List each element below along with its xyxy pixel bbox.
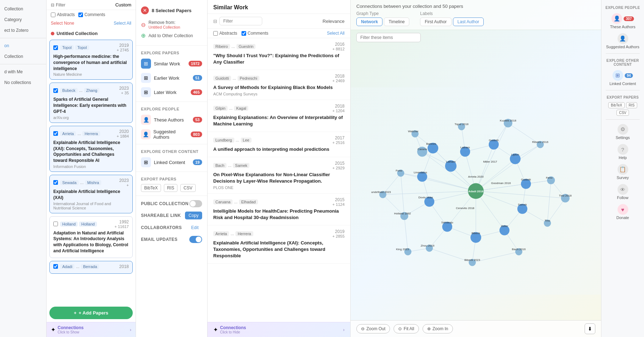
paper-checkbox[interactable] (53, 264, 58, 269)
these-authors-icon-right: 👤 (611, 13, 622, 24)
public-collection-toggle[interactable] (189, 200, 202, 207)
author-dots: ... (233, 76, 236, 81)
timeline-type-button[interactable]: Timeline (384, 18, 409, 26)
select-all-similar[interactable]: Select All (327, 31, 345, 36)
csv-right-button[interactable]: CSV (616, 110, 629, 116)
paper-checkbox[interactable] (53, 88, 58, 93)
list-item[interactable]: Bach ... Samek 2015 + 2929 On Pixel-Wise… (208, 157, 350, 193)
explore-item-earlier[interactable]: ⊞ Earlier Work 51 (136, 71, 207, 85)
zoom-in-button[interactable]: ⊕ Zoom In (423, 324, 453, 333)
table-row[interactable]: Adadi ... Berrada 2018 (49, 261, 133, 274)
table-row[interactable]: Sewada ... Mishra 2023 + Explainable Art… (49, 175, 133, 213)
table-row[interactable]: Topol Topol 2019 + 2745 High-performance… (49, 40, 133, 80)
right-sidebar-linked-content[interactable]: ⊞ 94 Linked Content (601, 69, 644, 87)
year-citations: 2017 + 2516 (332, 135, 345, 145)
sidebar-item-on[interactable]: on (0, 40, 46, 51)
connections-footer[interactable]: ✦ Connections Click to Show › (47, 322, 136, 337)
abstracts-checkbox-similar[interactable]: Abstracts (213, 31, 237, 36)
explore-item-similar[interactable]: ⊞ Similar Work 1972 (136, 56, 207, 71)
comments-check[interactable] (78, 13, 83, 17)
sidebar-item-collection2[interactable]: Collection (0, 51, 46, 62)
abstracts-check[interactable] (51, 13, 55, 17)
help-label: Help (619, 155, 627, 160)
explore-people-title: EXPLORE PEOPLE (136, 104, 207, 113)
explore-item-later[interactable]: ⊞ Later Work 465 (136, 85, 207, 99)
right-sidebar-settings[interactable]: ⚙ Settings (601, 123, 644, 141)
right-sidebar-these-authors[interactable]: 👤 307 These Authors (601, 12, 644, 30)
export-title: EXPORT PAPERS (136, 174, 207, 183)
explore-item-suggested-authors[interactable]: 👤 Suggested Authors 803 (136, 127, 207, 142)
email-updates-toggle[interactable] (189, 236, 202, 243)
sidebar-divider-2 (0, 64, 46, 64)
comments-check-similar[interactable] (241, 31, 246, 36)
ris-right-button[interactable]: RIS (626, 102, 637, 108)
first-author-label-button[interactable]: First Author (420, 18, 451, 26)
list-item[interactable]: Ribeiro ... Guestrin 2016 + 8812 "Why Sh… (208, 38, 350, 70)
add-papers-button[interactable]: + + Add Papers (49, 307, 133, 319)
right-sidebar-suggested-authors[interactable]: 👤 Suggested Authors (601, 32, 644, 50)
svg-text:King 2023: King 2023 (396, 248, 409, 251)
table-row[interactable]: Bubeck ... Zhang 2023 + 35 Sparks of Art… (49, 83, 133, 123)
svg-text:Cenevito 2018: Cenevito 2018 (456, 207, 474, 210)
labels-label: Labels (420, 11, 484, 16)
paper-checkbox[interactable] (53, 222, 58, 226)
close-button[interactable]: ✕ (141, 6, 149, 14)
paper-year: 2015 (332, 161, 345, 166)
sidebar-item-shared[interactable]: d with Me (0, 66, 46, 77)
sim-authors: Guidotti ... Pedreschi (213, 76, 259, 81)
copy-button[interactable]: Copy (185, 212, 202, 219)
paper-checkbox[interactable] (53, 131, 58, 136)
list-item[interactable]: Lundberg ... Lee 2017 + 2516 A unified a… (208, 132, 350, 157)
abstracts-checkbox[interactable]: Abstracts (51, 12, 75, 17)
download-button[interactable]: ⬇ (585, 323, 595, 334)
explore-item-linked[interactable]: ⊞ Linked Content 19 (136, 155, 207, 169)
fit-all-button[interactable]: ⊙ Fit All (394, 324, 419, 333)
list-item[interactable]: Gilpin ... Kagal 2018 + 1204 Explaining … (208, 100, 350, 132)
explore-item-these-authors[interactable]: 👤 These Authors 53 (136, 113, 207, 127)
author-tag: Caruana (213, 199, 233, 204)
comments-checkbox[interactable]: Comments (78, 12, 105, 17)
author-tag: Lee (241, 138, 252, 143)
csv-button[interactable]: CSV (180, 184, 196, 192)
author-tag: Guestrin (236, 44, 256, 49)
select-controls: Select None Select All (47, 19, 136, 29)
relevance-label: Relevance (323, 19, 345, 24)
bibtex-right-button[interactable]: BibTeX (608, 102, 625, 108)
zoom-out-button[interactable]: ⊖ Zoom Out (356, 324, 390, 333)
suggested-authors-label: Suggested Authors (153, 129, 191, 140)
right-sidebar-help[interactable]: ? Help (601, 143, 644, 161)
sidebar-item-zotero[interactable]: ect to Zotero (0, 25, 46, 36)
table-row[interactable]: Holland Holland 1992 + 11617 Adaptation … (49, 216, 133, 258)
add-row[interactable]: ⊕ Add to Other Collection (141, 31, 202, 40)
select-none-button[interactable]: Select None (51, 21, 74, 26)
comments-checkbox-similar[interactable]: Comments (241, 31, 268, 36)
author-tag: Bach (213, 163, 226, 168)
author-dots: ... (77, 131, 81, 136)
paper-citations: + 1124 (332, 202, 345, 207)
right-sidebar-follow[interactable]: 👁 Follow (601, 183, 644, 201)
list-item[interactable]: Arrieta ... Herrera 2019 + 2855 Explaina… (208, 226, 350, 264)
abstracts-check-similar[interactable] (213, 31, 218, 36)
last-author-label-button[interactable]: Last Author (453, 18, 484, 26)
sidebar-item-category[interactable]: Category (0, 14, 46, 25)
paper-checkbox[interactable] (53, 45, 58, 50)
author-dots: ... (76, 264, 79, 269)
list-item[interactable]: Guidotti ... Pedreschi 2018 + 2469 A Sur… (208, 70, 350, 100)
svg-text:Miller 2017: Miller 2017 (483, 160, 497, 163)
network-type-button[interactable]: Network (356, 18, 382, 26)
paper-checkbox[interactable] (53, 180, 58, 185)
filter-items-input[interactable] (356, 33, 421, 42)
right-sidebar-survey[interactable]: 📋 Survey (601, 163, 644, 181)
table-row[interactable]: Arrieta ... Herrera 2020 + 1884 Explaina… (49, 126, 133, 172)
filter-button[interactable]: ⊟ Filter (51, 3, 65, 8)
sim-connections-footer[interactable]: ✦ Connections Click to Hide › (208, 322, 350, 337)
edit-button[interactable]: Edit (187, 224, 202, 232)
list-item[interactable]: Caruana ... Elhadad 2015 + 1124 Intellig… (208, 194, 350, 226)
similar-filter-input[interactable] (219, 17, 262, 25)
sidebar-item-collection[interactable]: Collection (0, 4, 46, 14)
select-all-button[interactable]: Select All (114, 21, 131, 26)
collection-panel: ⊟ Filter Custom Abstracts Comments Selec… (47, 0, 136, 337)
bibtex-button[interactable]: BibTeX (141, 184, 161, 192)
right-sidebar-donate[interactable]: ♥ Donate (601, 203, 644, 221)
ris-button[interactable]: RIS (164, 184, 177, 192)
